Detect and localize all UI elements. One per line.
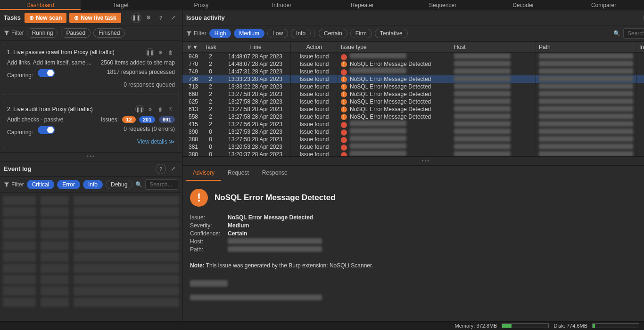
th-action[interactable]: Action [291,42,338,52]
main-tab-comparer[interactable]: Comparer [563,0,644,10]
pill-info[interactable]: Info [83,180,103,189]
tab-advisory[interactable]: Advisory [186,166,221,181]
main-tab-proxy[interactable]: Proxy [161,0,242,10]
task-title: 2. Live audit from Proxy (all traffic) [7,106,133,113]
view-details-link[interactable]: View details ≫ [7,138,175,145]
issues-label: Issues: 12 201 691 [101,116,175,123]
severity-icon: ! [190,189,208,207]
gear-icon[interactable]: ⚙ [156,48,165,56]
capturing-toggle[interactable] [38,69,55,77]
capturing-label: Capturing: [7,69,55,79]
detail-tabs: Advisory Request Response [182,166,644,181]
list-item[interactable] [3,286,179,296]
filter-running[interactable]: Running [27,28,58,38]
task-title: 1. Live passive crawl from Proxy (all tr… [7,49,144,56]
tab-response[interactable]: Response [256,166,294,181]
h-splitter[interactable]: ••• [0,152,182,161]
pill-critical[interactable]: Critical [27,180,55,189]
filter-label: Filter [186,30,206,37]
main-tab-decoder[interactable]: Decoder [483,0,564,10]
advisory-field: Path: [190,246,644,253]
help-icon[interactable]: ? [156,164,166,174]
th-task[interactable]: Task [201,42,220,52]
issue-table-header: # ▼ Task Time Action Issue type Host Pat… [182,42,644,53]
pill-certain[interactable]: Certain [319,29,347,38]
gear-icon[interactable]: ⚙ [146,105,154,113]
main-tab-target[interactable]: Target [81,0,161,10]
th-num[interactable]: # ▼ [182,42,201,52]
task-stat: 0 requests (0 errors) [124,126,175,136]
issue-title: Issue activity [186,14,225,21]
settings-icon[interactable]: ⚙ [143,13,154,23]
th-type[interactable]: Issue type [338,42,451,52]
tab-request[interactable]: Request [221,166,256,181]
tasks-title: Tasks [4,14,21,21]
pause-all-button[interactable]: ❚❚ [131,13,141,23]
plus-icon: ⊕ [74,15,79,21]
pause-icon[interactable]: ❚❚ [135,105,144,113]
plus-icon: ⊕ [29,15,34,21]
th-time[interactable]: Time [220,42,291,52]
list-item[interactable] [3,207,179,217]
capturing-toggle[interactable] [38,126,55,134]
list-item[interactable] [3,298,179,307]
list-item[interactable] [3,218,179,228]
funnel-icon [4,30,9,36]
filter-label: Filter [4,181,24,188]
list-item[interactable] [3,264,179,273]
pill-high[interactable]: High [209,29,231,38]
th-path[interactable]: Path [536,42,636,52]
badge-high: 12 [122,116,135,123]
status-bar: Memory: 372.8MB Disk: 774.6MB [0,321,644,330]
filter-finished[interactable]: Finished [93,28,125,38]
advisory-panel: ! NoSQL Error Message Detected Issue:NoS… [182,181,644,321]
pill-low[interactable]: Low [267,29,288,38]
pill-medium[interactable]: Medium [234,29,264,38]
pill-error[interactable]: Error [57,180,80,189]
trash-icon[interactable]: 🗑 [156,105,165,113]
trash-icon[interactable]: 🗑 [166,48,175,56]
pill-info[interactable]: Info [291,29,311,38]
disk-meter [592,323,639,328]
list-item[interactable] [3,230,179,239]
filter-paused[interactable]: Paused [61,28,91,38]
eventlog-search-input[interactable] [145,179,178,190]
new-live-task-button[interactable]: ⊕ New live task [69,13,121,23]
list-item[interactable] [3,241,179,250]
pill-debug[interactable]: Debug [106,180,132,189]
badge-info: 691 [159,116,175,123]
main-tab-sequencer[interactable]: Sequencer [403,0,483,10]
expand-icon[interactable]: ⤢ [168,13,178,23]
memory-meter [502,323,549,328]
th-insertion[interactable]: Insertion [636,42,644,52]
main-tab-intruder[interactable]: Intruder [241,0,322,10]
capturing-label: Capturing: [7,126,55,136]
pill-tentative[interactable]: Tentative [375,29,408,38]
main-tab-repeater[interactable]: Repeater [322,0,403,10]
issue-table-body: 949214:48:07 28 Apr 2023Issue found77021… [182,53,644,156]
pill-firm[interactable]: Firm [350,29,372,38]
eventlog-header: Event log ? ⤢ [0,161,182,177]
funnel-icon [4,182,9,187]
help-icon[interactable]: ? [156,13,166,23]
new-scan-button[interactable]: ⊕ New scan [25,13,66,23]
task-card: 1. Live passive crawl from Proxy (all tr… [3,44,179,95]
h-splitter[interactable]: ••• [182,156,644,166]
issue-search-input[interactable] [623,28,644,39]
main-tab-bar: DashboardTargetProxyIntruderRepeaterSequ… [0,0,644,10]
pause-icon[interactable]: ❚❚ [146,48,154,56]
funnel-icon [186,31,192,36]
table-row[interactable]: 380013:20:37 28 Apr 2023Issue found [182,151,644,156]
list-item[interactable] [3,252,179,262]
popout-icon[interactable]: ⇱ [166,105,175,113]
task-subtext: Add links. Add item itself, same ... [7,59,91,66]
advisory-title: NoSQL Error Message Detected [215,193,336,202]
memory-label: Memory: 372.8MB [455,323,497,329]
issue-header: Issue activity ? ⤢ [182,10,644,25]
list-item[interactable] [3,196,179,205]
th-host[interactable]: Host [451,42,536,52]
main-tab-dashboard[interactable]: Dashboard [0,0,81,10]
advisory-field: Issue:NoSQL Error Message Detected [190,214,644,221]
expand-icon[interactable]: ⤢ [168,164,178,174]
list-item[interactable] [3,275,179,284]
